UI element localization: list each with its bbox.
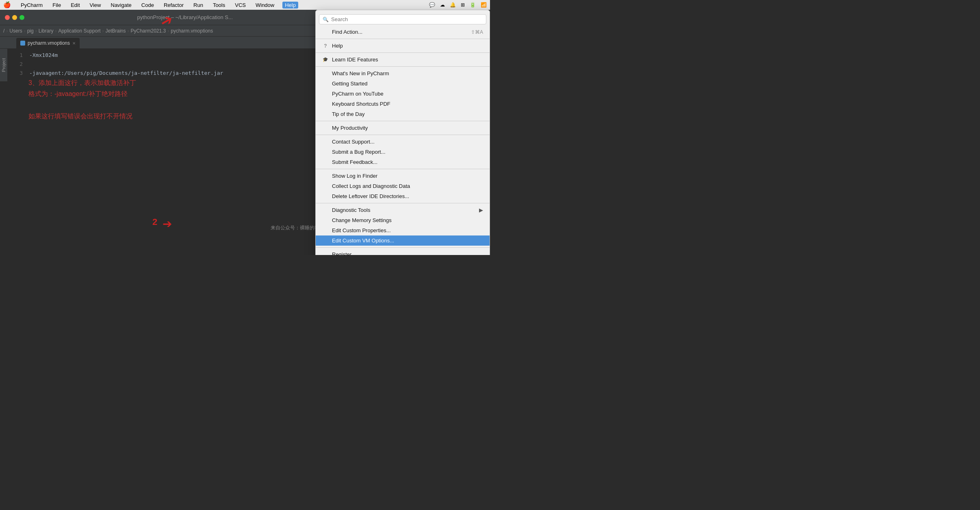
custom-vm-options-label: Edit Custom VM Options... (332, 238, 394, 244)
menu-file[interactable]: File (51, 2, 63, 8)
menu-run[interactable]: Run (192, 2, 205, 8)
help-search-input[interactable] (331, 16, 483, 22)
left-panel[interactable]: Project (0, 49, 7, 81)
menu-help[interactable]: Help (282, 2, 298, 9)
menu-item-register[interactable]: Register... (316, 249, 490, 255)
submenu-arrow-icon: ▶ (479, 207, 483, 213)
annotation-line1: 3、添加上面这行，表示加载激活补丁 (28, 77, 136, 88)
separator-7 (316, 203, 490, 203)
menu-refactor[interactable]: Refactor (162, 2, 185, 8)
breadcrumb-root[interactable]: / (3, 28, 4, 34)
wifi-icon: 📶 (481, 2, 487, 8)
menu-item-whats-new[interactable]: What's New in PyCharm (316, 68, 490, 78)
annotation-text: 3、添加上面这行，表示加载激活补丁 格式为：-javaagent:/补丁绝对路径… (28, 77, 136, 122)
delete-leftover-label: Delete Leftover IDE Directories... (332, 193, 409, 199)
breadcrumb-pig[interactable]: pig (27, 28, 34, 34)
getting-started-label: Getting Started (332, 81, 367, 87)
menu-item-keyboard-pdf[interactable]: Keyboard Shortcuts PDF (316, 99, 490, 109)
menu-item-show-log[interactable]: Show Log in Finder (316, 171, 490, 181)
menu-item-my-productivity[interactable]: My Productivity (316, 123, 490, 133)
wechat-icon[interactable]: 💬 (429, 2, 435, 8)
annotation-line2: 格式为：-javaagent:/补丁绝对路径 (28, 88, 136, 99)
menu-item-bug-report[interactable]: Submit a Bug Report... (316, 147, 490, 157)
menu-item-learn-ide[interactable]: 🎓 Learn IDE Features (316, 54, 490, 65)
separator-3 (316, 66, 490, 67)
breadcrumb-library[interactable]: Library (39, 28, 54, 34)
notification-icon[interactable]: 🔔 (450, 2, 456, 8)
collect-logs-label: Collect Logs and Diagnostic Data (332, 183, 410, 189)
breadcrumb-file[interactable]: pycharm.vmoptions (171, 28, 213, 34)
menu-item-youtube[interactable]: PyCharm on YouTube (316, 89, 490, 99)
menu-code[interactable]: Code (140, 2, 156, 8)
grid-icon[interactable]: ⊞ (461, 2, 465, 8)
project-panel-label: Project (1, 58, 6, 72)
menu-item-tip[interactable]: Tip of the Day (316, 109, 490, 119)
help-label: Help (332, 43, 343, 49)
line-number-1: 1 (11, 52, 23, 58)
menu-item-delete-leftover[interactable]: Delete Leftover IDE Directories... (316, 191, 490, 201)
menu-item-contact-support[interactable]: Contact Support... (316, 137, 490, 147)
menu-navigate[interactable]: Navigate (109, 2, 133, 8)
menu-item-custom-vm-options[interactable]: Edit Custom VM Options... (316, 235, 490, 246)
minimize-button[interactable] (12, 15, 17, 20)
menu-tools[interactable]: Tools (211, 2, 227, 8)
separator-8 (316, 247, 490, 248)
show-log-label: Show Log in Finder (332, 173, 377, 179)
creative-cloud-icon[interactable]: ☁ (440, 2, 445, 8)
menu-edit[interactable]: Edit (69, 2, 81, 8)
find-action-shortcut: ⇧⌘A (471, 29, 483, 35)
menu-pycharm[interactable]: PyCharm (19, 2, 44, 8)
my-productivity-label: My Productivity (332, 125, 368, 131)
whats-new-label: What's New in PyCharm (332, 70, 389, 76)
menu-view[interactable]: View (88, 2, 103, 8)
help-icon: ? (322, 43, 329, 49)
feedback-label: Submit Feedback... (332, 159, 377, 165)
menu-window[interactable]: Window (254, 2, 276, 8)
line-number-2: 2 (11, 61, 23, 67)
tab-close-button[interactable]: ✕ (72, 41, 76, 46)
separator-6 (316, 169, 490, 169)
separator-4 (316, 121, 490, 121)
separator-5 (316, 135, 490, 135)
help-dropdown-menu: 🔍 Find Action... ⇧⌘A ? Help 🎓 Learn IDE … (315, 10, 490, 255)
find-action-label: Find Action... (332, 29, 362, 35)
file-icon (20, 41, 25, 46)
menu-item-find-action[interactable]: Find Action... ⇧⌘A (316, 27, 490, 37)
menu-item-getting-started[interactable]: Getting Started (316, 78, 490, 89)
learn-ide-label: Learn IDE Features (332, 57, 378, 63)
apple-menu[interactable]: 🍎 (3, 1, 11, 9)
line-content-3: -javaagent:/Users/pig/Documents/ja-netfi… (29, 70, 223, 76)
breadcrumb-jetbrains[interactable]: JetBrains (105, 28, 126, 34)
custom-properties-label: Edit Custom Properties... (332, 227, 391, 233)
learn-icon: 🎓 (322, 57, 329, 62)
annotation-line4: 如果这行填写错误会出现打不开情况 (28, 111, 136, 122)
menu-item-help[interactable]: ? Help (316, 41, 490, 51)
editor-tab[interactable]: pycharm.vmoptions ✕ (16, 38, 80, 48)
memory-settings-label: Change Memory Settings (332, 217, 392, 223)
breadcrumb-pycharm[interactable]: PyCharm2021.3 (131, 28, 166, 34)
breadcrumb-users[interactable]: Users (9, 28, 22, 34)
arrow-2-icon: ➔ (163, 217, 172, 231)
watermark: 来自公众号：裸睡的猪 (271, 224, 319, 231)
bug-report-label: Submit a Bug Report... (332, 149, 386, 155)
help-search-box[interactable]: 🔍 (319, 14, 486, 24)
close-button[interactable] (5, 15, 10, 20)
maximize-button[interactable] (20, 15, 24, 20)
search-icon: 🔍 (323, 17, 329, 22)
separator-2 (316, 52, 490, 53)
line-content-1: -Xmx1024m (29, 52, 58, 58)
contact-support-label: Contact Support... (332, 139, 375, 145)
tab-label: pycharm.vmoptions (28, 40, 70, 46)
line-number-3: 3 (11, 70, 23, 76)
breadcrumb-appsupport[interactable]: Application Support (58, 28, 100, 34)
mac-menu-bar: 🍎 PyCharm File Edit View Navigate Code R… (0, 0, 490, 10)
menu-bar-right: 💬 ☁ 🔔 ⊞ 🔋 📶 (429, 2, 487, 8)
menu-item-collect-logs[interactable]: Collect Logs and Diagnostic Data (316, 181, 490, 191)
menu-item-memory-settings[interactable]: Change Memory Settings (316, 215, 490, 225)
menu-item-custom-properties[interactable]: Edit Custom Properties... (316, 225, 490, 235)
menu-vcs[interactable]: VCS (233, 2, 247, 8)
menu-item-diagnostic-tools[interactable]: Diagnostic Tools ▶ (316, 205, 490, 215)
menu-item-feedback[interactable]: Submit Feedback... (316, 157, 490, 167)
traffic-lights (5, 15, 24, 20)
separator-1 (316, 39, 490, 39)
